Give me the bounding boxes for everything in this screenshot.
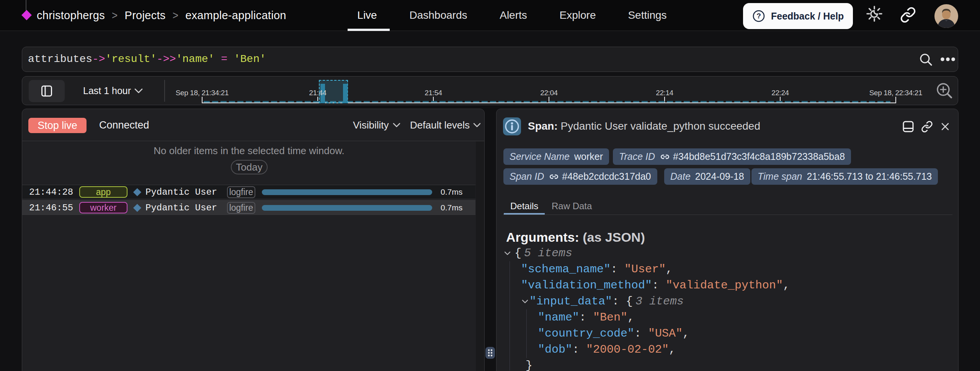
svg-text:?: ? <box>756 12 761 20</box>
